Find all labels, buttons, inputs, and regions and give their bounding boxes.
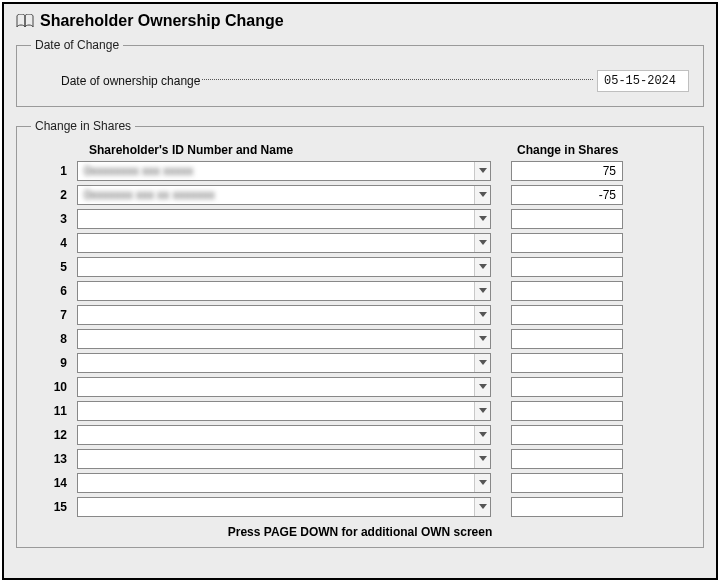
shareholder-select[interactable] [77,281,491,301]
row-number: 14 [31,476,77,490]
chevron-down-icon[interactable] [474,258,490,276]
table-row: 11 [31,401,689,421]
shareholder-select[interactable] [77,233,491,253]
header-shareholder-id: Shareholder's ID Number and Name [89,143,499,157]
chevron-down-icon[interactable] [474,186,490,204]
row-number: 2 [31,188,77,202]
table-row: 14 [31,473,689,493]
shareholder-select-value: 0xxxxxxxx xxx xxxxx [78,164,474,178]
chevron-down-icon[interactable] [474,306,490,324]
title-bar: Shareholder Ownership Change [16,12,704,30]
table-row: 10 [31,377,689,397]
date-of-change-group: Date of Change Date of ownership change [16,38,704,107]
shareholder-select[interactable]: 0xxxxxxxx xxx xxxxx [77,161,491,181]
shares-legend: Change in Shares [31,119,135,133]
change-in-shares-input[interactable] [511,161,623,181]
change-in-shares-input[interactable] [511,329,623,349]
table-row: 8 [31,329,689,349]
shareholder-select[interactable] [77,425,491,445]
table-row: 20xxxxxxx xxx xx xxxxxxx [31,185,689,205]
main-window: Shareholder Ownership Change Date of Cha… [2,2,718,580]
row-number: 5 [31,260,77,274]
date-legend: Date of Change [31,38,123,52]
table-row: 5 [31,257,689,277]
row-number: 15 [31,500,77,514]
change-in-shares-group: Change in Shares Shareholder's ID Number… [16,119,704,548]
chevron-down-icon[interactable] [474,282,490,300]
grid-body: 10xxxxxxxx xxx xxxxx20xxxxxxx xxx xx xxx… [31,161,689,517]
shareholder-select[interactable] [77,353,491,373]
chevron-down-icon[interactable] [474,378,490,396]
shareholder-select[interactable] [77,401,491,421]
shareholder-select[interactable] [77,209,491,229]
shareholder-select[interactable] [77,497,491,517]
table-row: 3 [31,209,689,229]
row-number: 11 [31,404,77,418]
chevron-down-icon[interactable] [474,498,490,516]
change-in-shares-input[interactable] [511,425,623,445]
row-number: 1 [31,164,77,178]
row-number: 8 [31,332,77,346]
table-row: 7 [31,305,689,325]
page-title: Shareholder Ownership Change [40,12,284,30]
change-in-shares-input[interactable] [511,353,623,373]
date-label: Date of ownership change [61,74,200,88]
footer-note: Press PAGE DOWN for additional OWN scree… [31,525,689,539]
change-in-shares-input[interactable] [511,449,623,469]
change-in-shares-input[interactable] [511,497,623,517]
change-in-shares-input[interactable] [511,473,623,493]
row-number: 7 [31,308,77,322]
change-in-shares-input[interactable] [511,185,623,205]
chevron-down-icon[interactable] [474,330,490,348]
shareholder-select[interactable] [77,473,491,493]
table-row: 12 [31,425,689,445]
shareholder-select-value: 0xxxxxxx xxx xx xxxxxxx [78,188,474,202]
shareholder-select[interactable] [77,449,491,469]
chevron-down-icon[interactable] [474,426,490,444]
chevron-down-icon[interactable] [474,402,490,420]
shareholder-select[interactable] [77,305,491,325]
row-number: 4 [31,236,77,250]
change-in-shares-input[interactable] [511,281,623,301]
shareholder-select[interactable] [77,257,491,277]
book-icon [16,14,34,28]
table-row: 6 [31,281,689,301]
shareholder-select[interactable]: 0xxxxxxx xxx xx xxxxxxx [77,185,491,205]
shareholder-select[interactable] [77,329,491,349]
row-number: 6 [31,284,77,298]
row-number: 13 [31,452,77,466]
shareholder-select[interactable] [77,377,491,397]
change-in-shares-input[interactable] [511,257,623,277]
table-row: 4 [31,233,689,253]
date-row: Date of ownership change [31,70,689,92]
dotted-leader [202,79,593,80]
chevron-down-icon[interactable] [474,162,490,180]
grid-headers: Shareholder's ID Number and Name Change … [89,143,689,157]
chevron-down-icon[interactable] [474,354,490,372]
chevron-down-icon[interactable] [474,234,490,252]
change-in-shares-input[interactable] [511,305,623,325]
chevron-down-icon[interactable] [474,210,490,228]
header-change-in-shares: Change in Shares [517,144,627,157]
change-in-shares-input[interactable] [511,377,623,397]
row-number: 3 [31,212,77,226]
change-in-shares-input[interactable] [511,233,623,253]
chevron-down-icon[interactable] [474,450,490,468]
row-number: 12 [31,428,77,442]
table-row: 10xxxxxxxx xxx xxxxx [31,161,689,181]
chevron-down-icon[interactable] [474,474,490,492]
row-number: 10 [31,380,77,394]
change-in-shares-input[interactable] [511,209,623,229]
row-number: 9 [31,356,77,370]
change-in-shares-input[interactable] [511,401,623,421]
date-input[interactable] [597,70,689,92]
table-row: 9 [31,353,689,373]
table-row: 13 [31,449,689,469]
table-row: 15 [31,497,689,517]
